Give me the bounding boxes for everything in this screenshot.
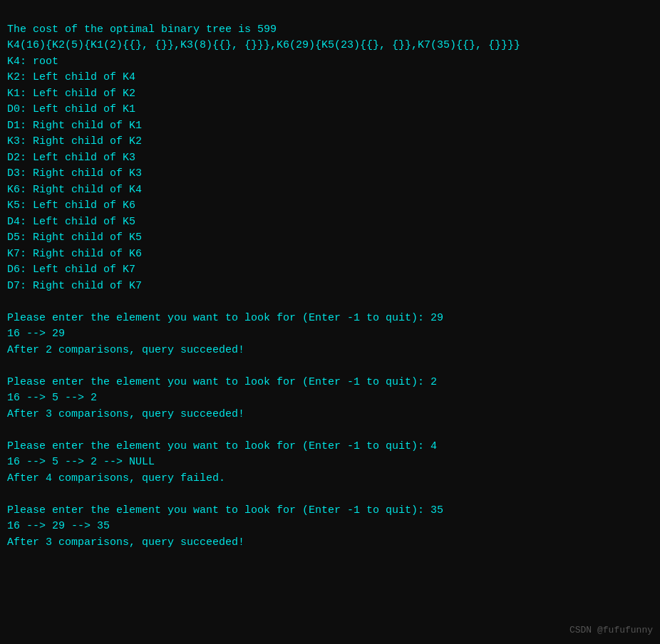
terminal-line: D5: Right child of K5: [7, 230, 653, 246]
terminal-line: D7: Right child of K7: [7, 279, 653, 295]
terminal-line: Please enter the element you want to loo…: [7, 311, 653, 327]
terminal-line: 16 --> 29: [7, 326, 653, 343]
terminal-line: D6: Left child of K7: [7, 262, 653, 279]
terminal-line: K7: Right child of K6: [7, 246, 653, 263]
empty-line: [7, 422, 653, 439]
terminal-line: After 3 comparisons, query succeeded!: [7, 535, 653, 551]
terminal-line: D4: Left child of K5: [7, 214, 653, 231]
empty-line: [7, 294, 653, 311]
terminal-line: D1: Right child of K1: [7, 118, 653, 135]
terminal-line: Please enter the element you want to loo…: [7, 503, 653, 519]
terminal-line: K4(16){K2(5){K1(2){{}, {}},K3(8){{}, {}}…: [7, 38, 653, 54]
terminal-line: 16 --> 5 --> 2 --> NULL: [7, 455, 653, 471]
terminal-line: K5: Left child of K6: [7, 198, 653, 214]
terminal-line: Please enter the element you want to loo…: [7, 439, 653, 455]
terminal-line: K4: root: [7, 54, 653, 71]
terminal-line: After 3 comparisons, query succeeded!: [7, 407, 653, 423]
empty-line: [7, 358, 653, 375]
terminal-line: After 4 comparisons, query failed.: [7, 471, 653, 487]
terminal-line: Please enter the element you want to loo…: [7, 375, 653, 391]
terminal-line: K6: Right child of K4: [7, 182, 653, 199]
empty-line: [7, 487, 653, 503]
terminal-line: K1: Left child of K2: [7, 86, 653, 103]
terminal-line: D0: Left child of K1: [7, 102, 653, 118]
watermark: CSDN @fufufunny: [569, 623, 653, 638]
terminal-line: The cost of the optimal binary tree is 5…: [7, 22, 653, 38]
terminal-line: K3: Right child of K2: [7, 134, 653, 150]
terminal-line: 16 --> 5 --> 2: [7, 390, 653, 407]
terminal-line: D2: Left child of K3: [7, 150, 653, 167]
terminal-output: The cost of the optimal binary tree is 5…: [7, 6, 653, 551]
terminal-line: After 2 comparisons, query succeeded!: [7, 343, 653, 359]
terminal-line: D3: Right child of K3: [7, 166, 653, 182]
terminal-line: K2: Left child of K4: [7, 70, 653, 86]
terminal-line: 16 --> 29 --> 35: [7, 519, 653, 535]
